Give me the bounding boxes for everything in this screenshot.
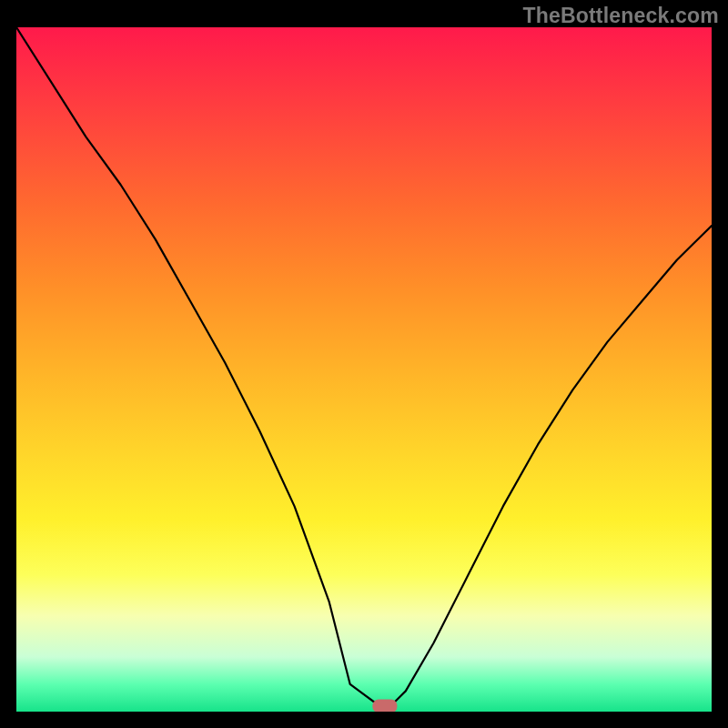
- plot-area: [16, 27, 712, 712]
- chart-frame: TheBottleneck.com: [0, 0, 728, 728]
- attribution-text: TheBottleneck.com: [522, 4, 719, 28]
- curve-svg: [16, 27, 712, 712]
- minimum-marker: [373, 700, 397, 712]
- bottleneck-curve: [16, 27, 712, 705]
